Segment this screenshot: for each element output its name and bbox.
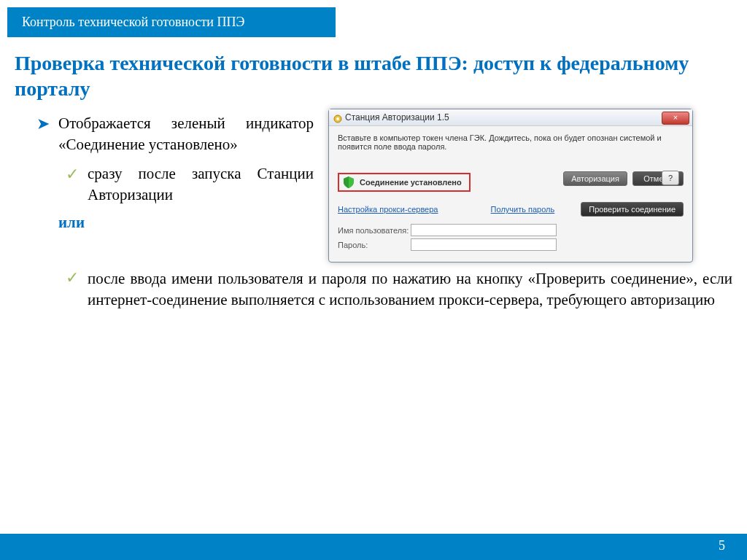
svg-point-1 [336, 117, 339, 120]
app-icon [333, 113, 342, 122]
sub-bullet-1-text: сразу после запуска Станции Авторизации [88, 163, 314, 206]
proxy-settings-link[interactable]: Настройка прокси-сервера [338, 205, 438, 214]
help-icon: ? [668, 174, 673, 182]
or-word: или [58, 214, 314, 232]
main-heading: Проверка технической готовности в штабе … [15, 50, 732, 101]
page-number: 5 [719, 538, 725, 553]
slide-footer: 5 [0, 534, 747, 560]
dialog-title: Станция Авторизации 1.5 [345, 112, 449, 122]
close-button[interactable]: × [662, 112, 689, 125]
bullet-1-text: Отображается зеленый индикатор «Соединен… [58, 113, 314, 156]
close-icon: × [673, 113, 678, 122]
authorize-button[interactable]: Авторизация [563, 171, 627, 186]
help-button[interactable]: ? [662, 171, 679, 185]
get-password-link[interactable]: Получить пароль [491, 205, 555, 214]
username-input[interactable] [411, 224, 557, 236]
connection-status-text: Соединение установлено [360, 178, 462, 187]
slide-header: Контроль технической готовности ППЭ [7, 7, 336, 37]
sub-bullet-2-text: после ввода имени пользователя и пароля … [88, 268, 732, 311]
dialog-instruction: Вставьте в компьютер токен члена ГЭК. До… [338, 133, 684, 151]
password-label: Пароль: [338, 241, 411, 249]
slide-header-text: Контроль технической готовности ППЭ [22, 15, 244, 29]
shield-icon [344, 176, 354, 188]
password-input[interactable] [411, 238, 557, 251]
check-connection-button[interactable]: Проверить соединение [581, 202, 684, 217]
auth-dialog: Станция Авторизации 1.5 × Вставьте в ком… [328, 109, 693, 262]
check-bullet-icon: ✓ [66, 163, 79, 206]
dialog-titlebar: Станция Авторизации 1.5 × [329, 109, 692, 126]
check-bullet-icon: ✓ [66, 268, 79, 311]
arrow-bullet-icon: ➤ [36, 113, 50, 156]
username-label: Имя пользователя: [338, 226, 411, 235]
connection-status-box: Соединение установлено [338, 173, 471, 192]
